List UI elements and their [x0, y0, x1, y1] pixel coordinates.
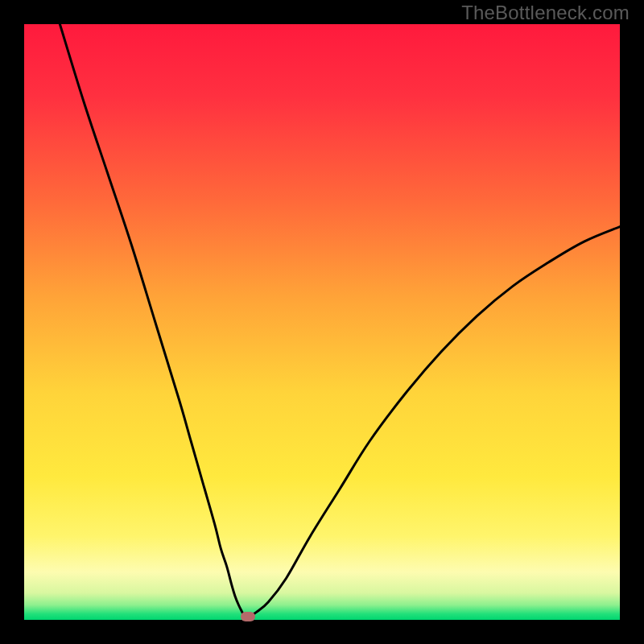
plot-area [24, 24, 620, 620]
plot-svg [24, 24, 620, 620]
watermark-text: TheBottleneck.com [461, 2, 630, 24]
gradient-background [24, 24, 620, 620]
optimal-point-marker [241, 612, 255, 621]
chart-frame: TheBottleneck.com [0, 0, 644, 644]
